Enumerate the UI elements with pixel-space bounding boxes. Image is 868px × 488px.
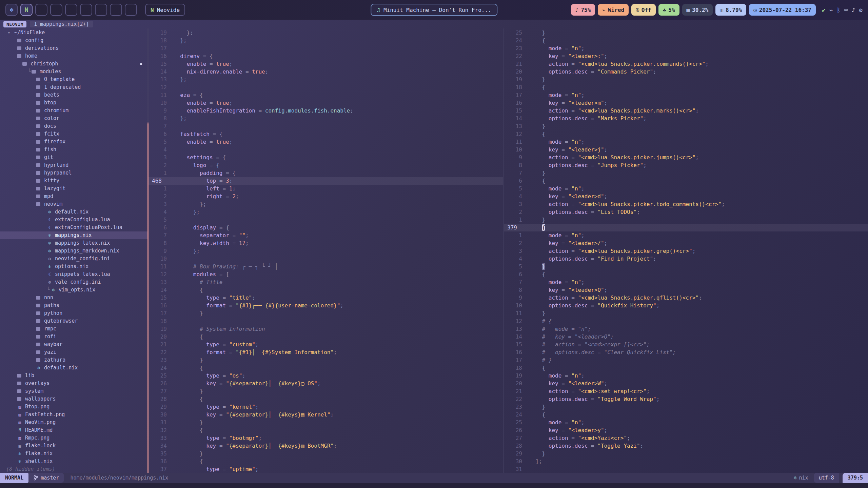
code-line[interactable]: 8 options.desc = "Jumps Picker"; xyxy=(504,161,868,169)
code-line[interactable]: 27 action = "<cmd>Yazi<cr>"; xyxy=(504,434,868,442)
tree-item-kitty[interactable]: kitty xyxy=(0,177,147,185)
code-line[interactable]: 1 left = 1; xyxy=(149,185,503,192)
code-line[interactable]: 5 xyxy=(149,216,503,224)
code-line[interactable]: 18 { xyxy=(504,364,868,372)
tree-item-lazygit[interactable]: lazygit xyxy=(0,185,147,192)
tree-item-modules[interactable]: └modules xyxy=(0,68,147,76)
tree-item-overlays[interactable]: overlays xyxy=(0,380,147,387)
workspace-button[interactable] xyxy=(125,4,137,16)
code-line[interactable]: 9 }; xyxy=(149,247,503,255)
code-line[interactable]: 22 options.desc = "Toggle Word Wrap"; xyxy=(504,395,868,403)
tree-item-chromium[interactable]: chromium xyxy=(0,107,147,115)
code-line[interactable]: 23 } xyxy=(504,403,868,411)
tree-item-nnn[interactable]: nnn xyxy=(0,294,147,302)
check-icon[interactable]: ✔ xyxy=(822,6,826,14)
code-line[interactable]: 23 mode = "n"; xyxy=(504,44,868,52)
tree-item-git[interactable]: git xyxy=(0,154,147,161)
code-line[interactable]: 2 key = "<leader>/"; xyxy=(504,239,868,247)
tree-item-flake.lock[interactable]: ▣flake.lock xyxy=(0,442,147,450)
tree-item-home[interactable]: home xyxy=(0,52,147,60)
code-line[interactable]: 468 top = 3; xyxy=(149,177,503,185)
code-line[interactable]: 7 } xyxy=(504,169,868,177)
tree-item-1_deprecated[interactable]: 1_deprecated xyxy=(0,83,147,91)
code-line[interactable]: 13 }; xyxy=(149,76,503,83)
code-line[interactable]: 12 xyxy=(149,83,503,91)
code-line[interactable]: 7 xyxy=(149,122,503,130)
code-line[interactable]: 28 { xyxy=(149,395,503,403)
code-line[interactable]: 14 nix-direnv.enable = true; xyxy=(149,68,503,76)
tree-item-FastFetch.png[interactable]: ▨FastFetch.png xyxy=(0,411,147,419)
tree-item-config[interactable]: config xyxy=(0,37,147,44)
code-line[interactable]: 17 } xyxy=(149,309,503,317)
tree-item-extraConfigLuaPost.lua[interactable]: ☾extraConfigLuaPost.lua xyxy=(0,224,147,231)
code-line[interactable]: 2 right = 2; xyxy=(149,192,503,200)
code-line[interactable]: 4 options.desc = "Find in Project"; xyxy=(504,255,868,263)
code-line[interactable]: 25 mode = "n"; xyxy=(504,419,868,426)
code-line[interactable]: 17 # } xyxy=(504,356,868,364)
code-line[interactable]: 8 key.width = 17; xyxy=(149,239,503,247)
code-line[interactable]: 7 separator = ""; xyxy=(149,231,503,239)
code-line[interactable]: 25 } xyxy=(504,29,868,37)
workspace-button[interactable] xyxy=(65,4,77,16)
tree-item-neovim[interactable]: neovim xyxy=(0,200,147,208)
code-line[interactable]: 22 format = "{#1}│ {#}System Information… xyxy=(149,348,503,356)
code-line[interactable]: 11 } xyxy=(504,309,868,317)
code-line[interactable]: 19 } xyxy=(504,76,868,83)
editor-left-pane[interactable]: 19 };18 };1716 direnv = {15 enable = tru… xyxy=(149,28,503,473)
code-line[interactable]: 24 { xyxy=(504,37,868,44)
code-line[interactable]: 19 }; xyxy=(149,29,503,37)
settings-icon[interactable]: ⚙ xyxy=(859,6,863,14)
tree-item-README.md[interactable]: MREADME.md xyxy=(0,426,147,434)
code-line[interactable]: 18 { xyxy=(504,83,868,91)
code-line[interactable]: 12 modules = [ xyxy=(149,270,503,278)
code-line[interactable]: 21 action = "<cmd>:set wrap!<cr>"; xyxy=(504,387,868,395)
code-line[interactable]: 13 # mode = "n"; xyxy=(504,325,868,333)
code-line[interactable]: 26 key = "{#separator}│ {#keys}▢ OS"; xyxy=(149,380,503,387)
code-line[interactable]: 29 } xyxy=(504,450,868,458)
code-line[interactable]: 11 mode = "n"; xyxy=(504,138,868,146)
code-line[interactable]: 36 { xyxy=(149,458,503,465)
tree-item-python[interactable]: python xyxy=(0,309,147,317)
workspace-button[interactable] xyxy=(95,4,107,16)
workspace-button[interactable] xyxy=(110,4,122,16)
tree-item-derivations[interactable]: derivations xyxy=(0,44,147,52)
editor-right-pane[interactable]: 25 }24 {23 mode = "n";22 key = "<leader>… xyxy=(504,28,868,473)
tree-item-yazi[interactable]: yazi xyxy=(0,348,147,356)
code-line[interactable]: 18 xyxy=(149,317,503,325)
code-line[interactable]: 13 } xyxy=(504,122,868,130)
tree-item-mappings_latex.nix[interactable]: ❄mappings_latex.nix xyxy=(0,239,147,247)
focused-app-chip[interactable]: N Neovide xyxy=(145,4,185,16)
code-line[interactable]: 34 key = "{#separator}│ {#keys}▥ BootMGR… xyxy=(149,442,503,450)
workspace-button[interactable]: ❄ xyxy=(5,4,18,16)
memory-usage-module[interactable]: ◫8.79% xyxy=(715,4,746,16)
clock-module[interactable]: ◷2025-07-22 16:37 xyxy=(749,4,816,16)
code-line[interactable]: 29 type = "kernel"; xyxy=(149,403,503,411)
tree-item-firefox[interactable]: firefox xyxy=(0,138,147,146)
code-line[interactable]: 24 { xyxy=(149,364,503,372)
code-line[interactable]: 15 type = "title"; xyxy=(149,294,503,302)
code-line[interactable]: 4 }; xyxy=(149,208,503,216)
bluetooth-icon[interactable]: ᛒ xyxy=(837,6,841,14)
code-line[interactable]: 6 { xyxy=(504,270,868,278)
tree-item-beets[interactable]: beets xyxy=(0,91,147,99)
code-line[interactable]: 21 type = "custom"; xyxy=(149,341,503,348)
tree-item-hyprland[interactable]: hyprland xyxy=(0,161,147,169)
tree-item-wallpapers[interactable]: wallpapers xyxy=(0,395,147,403)
code-line[interactable]: 13 # Title xyxy=(149,278,503,286)
code-line[interactable]: 7 mode = "n"; xyxy=(504,278,868,286)
code-line[interactable]: 16 direnv = { xyxy=(149,52,503,60)
code-line[interactable]: 3 action = "<cmd>lua Snacks.picker.grep(… xyxy=(504,247,868,255)
tree-item-christoph[interactable]: christoph● xyxy=(0,60,147,68)
code-line[interactable]: 379 { xyxy=(504,224,868,231)
code-line[interactable]: 16 # options.desc = "Clear Quickfix List… xyxy=(504,348,868,356)
tree-item-fcitx[interactable]: fcitx xyxy=(0,130,147,138)
tree-item-mappings_markdown.nix[interactable]: ❄mappings_markdown.nix xyxy=(0,247,147,255)
idle-inhibitor-module[interactable]: ⍉Off xyxy=(631,4,656,16)
code-line[interactable]: 1 } xyxy=(504,216,868,224)
tree-item-qutebrowser[interactable]: qutebrowser xyxy=(0,317,147,325)
code-line[interactable]: 12 { xyxy=(504,130,868,138)
tree-item-rmpc[interactable]: rmpc xyxy=(0,325,147,333)
workspace-button[interactable] xyxy=(50,4,62,16)
code-line[interactable]: 15 # action = "<cmd>cexpr []<cr>"; xyxy=(504,341,868,348)
tree-item-mappings.nix[interactable]: ❄mappings.nix xyxy=(0,231,147,239)
